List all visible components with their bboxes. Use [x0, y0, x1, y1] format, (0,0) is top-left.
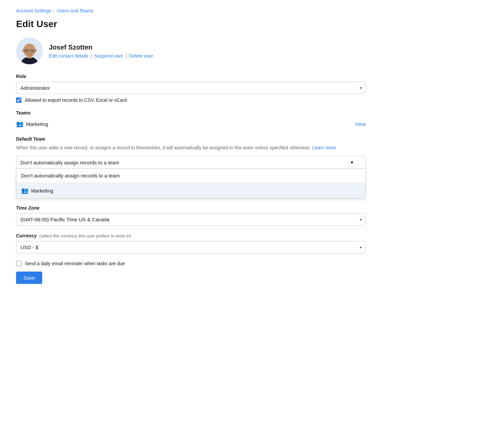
export-checkbox[interactable] — [16, 97, 21, 103]
timezone-section: Time Zone (GMT-08:00) Pacific Time US & … — [16, 205, 366, 226]
currency-section: Currency (select the currency this user … — [16, 233, 366, 253]
avatar-image — [16, 38, 43, 64]
default-team-section: Default Team When this user adds a new r… — [16, 136, 366, 199]
email-reminder-checkbox[interactable] — [16, 261, 21, 266]
role-select[interactable]: Administrator Member Viewer — [16, 82, 366, 94]
timezone-select-wrapper: (GMT-08:00) Pacific Time US & Canada (GM… — [16, 213, 366, 226]
page-title: Edit User — [16, 19, 366, 29]
role-label: Role — [16, 74, 366, 79]
email-reminder-row: Send a daily email reminder when tasks a… — [16, 261, 366, 266]
action-separator-2: | — [126, 53, 127, 59]
edit-contact-link[interactable]: Edit contact details — [49, 53, 88, 59]
team-name-group: 👥 Marketing — [16, 120, 48, 128]
action-separator-1: | — [91, 53, 92, 59]
currency-select[interactable]: USD - $ EUR - € GBP - £ — [16, 241, 366, 253]
email-reminder-label: Send a daily email reminder when tasks a… — [25, 261, 125, 266]
save-button[interactable]: Save — [16, 272, 42, 284]
default-team-description: When this user adds a new record, or ass… — [16, 144, 366, 151]
role-select-wrapper: Administrator Member Viewer ▾ — [16, 82, 366, 94]
breadcrumb: Account Settings › Users and Teams — [16, 8, 366, 13]
suspend-user-link[interactable]: Suspend user — [94, 53, 123, 59]
svg-point-11 — [26, 50, 27, 51]
learn-more-link[interactable]: Learn more — [312, 145, 336, 150]
dropdown-item-marketing-label: Marketing — [31, 188, 53, 194]
teams-section: Teams 👥 Marketing View — [16, 110, 366, 129]
team-row: 👥 Marketing View — [16, 119, 366, 129]
avatar — [16, 38, 43, 64]
team-view-link[interactable]: View — [355, 121, 366, 127]
svg-point-12 — [32, 50, 33, 51]
export-checkbox-label: Allowed to export records to CSV, Excel … — [25, 97, 127, 103]
breadcrumb-account-settings[interactable]: Account Settings — [16, 8, 51, 13]
export-checkbox-row: Allowed to export records to CSV, Excel … — [16, 97, 366, 103]
user-profile: Josef Szotten Edit contact details | Sus… — [16, 38, 366, 64]
timezone-select[interactable]: (GMT-08:00) Pacific Time US & Canada (GM… — [16, 213, 366, 226]
breadcrumb-separator: › — [53, 8, 55, 13]
team-name: Marketing — [26, 121, 48, 127]
default-team-selected[interactable]: Don't automatically assign records to a … — [16, 156, 366, 169]
breadcrumb-users-and-teams[interactable]: Users and Teams — [57, 8, 93, 13]
currency-label-note: (select the currency this user prefers t… — [39, 233, 131, 238]
user-name: Josef Szotten — [49, 44, 153, 51]
currency-label: Currency (select the currency this user … — [16, 233, 366, 238]
default-team-dropdown[interactable]: Don't automatically assign records to a … — [16, 156, 366, 199]
currency-select-wrapper: USD - $ EUR - € GBP - £ ▾ — [16, 241, 366, 253]
default-team-menu: Don't automatically assign records to a … — [16, 169, 366, 199]
user-actions: Edit contact details | Suspend user | De… — [49, 53, 153, 59]
user-info: Josef Szotten Edit contact details | Sus… — [49, 44, 153, 59]
default-team-chevron-icon: ▾ — [351, 159, 353, 165]
delete-user-link[interactable]: Delete user — [129, 53, 153, 59]
dropdown-team-icon: 👥 — [21, 187, 28, 194]
svg-point-13 — [26, 54, 32, 56]
timezone-label: Time Zone — [16, 205, 366, 211]
default-team-label: Default Team — [16, 136, 366, 142]
dropdown-item-no-team-label: Don't automatically assign records to a … — [21, 173, 120, 178]
role-section: Role Administrator Member Viewer ▾ Allow… — [16, 74, 366, 103]
default-team-selected-label: Don't automatically assign records to a … — [20, 160, 119, 165]
team-icon: 👥 — [16, 120, 23, 128]
dropdown-item-marketing[interactable]: 👥 Marketing — [16, 183, 365, 198]
teams-label: Teams — [16, 110, 366, 116]
dropdown-item-no-team[interactable]: Don't automatically assign records to a … — [16, 169, 365, 182]
